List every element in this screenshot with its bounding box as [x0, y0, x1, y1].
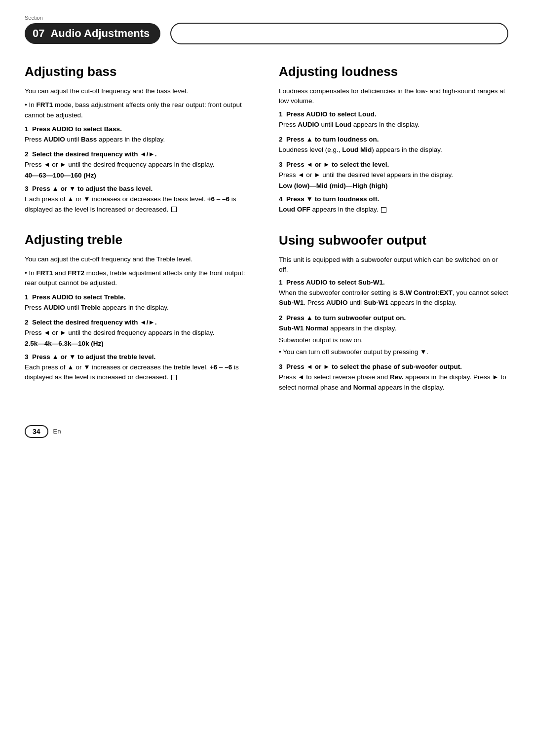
adjusting-bass-section: Adjusting bass You can adjust the cut-of… — [25, 64, 254, 215]
adjusting-bass-title: Adjusting bass — [25, 64, 254, 79]
treble-intro: You can adjust the cut-off frequency and… — [25, 254, 254, 264]
subwoofer-title: Using subwoofer output — [279, 233, 508, 248]
subwoofer-step-3-body: Press ◄ to select reverse phase and Rev.… — [279, 372, 508, 393]
loudness-step-4-body: Loud OFF appears in the display. — [279, 205, 508, 215]
bass-step-3-body: Each press of ▲ or ▼ increases or decrea… — [25, 194, 254, 215]
treble-step-3-body: Each press of ▲ or ▼ increases or decrea… — [25, 362, 254, 383]
loudness-step-4-heading: 4 Press ▼ to turn loudness off. — [279, 195, 508, 203]
bass-step-3: 3 Press ▲ or ▼ to adjust the bass level.… — [25, 185, 254, 215]
end-square-icon-3 — [381, 207, 386, 213]
subwoofer-step-2-heading: 2 Press ▲ to turn subwoofer output on. — [279, 314, 508, 322]
treble-step-2: 2 Select the desired frequency with ◄/►.… — [25, 319, 254, 347]
treble-step-1-body: Press AUDIO until Treble appears in the … — [25, 303, 254, 313]
page: Section 07 Audio Adjustments Adjusting b… — [0, 0, 533, 756]
loudness-step-2-body: Loudness level (e.g., Loud Mid) appears … — [279, 145, 508, 155]
loudness-step-3-body: Press ◄ or ► until the desired level app… — [279, 170, 508, 180]
bass-freq-values: 40—63—100—160 (Hz) — [25, 172, 254, 179]
treble-step-2-body: Press ◄ or ► until the desired frequency… — [25, 328, 254, 338]
subwoofer-step-3-heading: 3 Press ◄ or ► to select the phase of su… — [279, 363, 508, 370]
bass-step-2: 2 Select the desired frequency with ◄/►.… — [25, 150, 254, 179]
end-square-icon-2 — [171, 375, 177, 380]
page-header: 07 Audio Adjustments — [25, 23, 508, 44]
loudness-step-4: 4 Press ▼ to turn loudness off. Loud OFF… — [279, 195, 508, 215]
page-language: En — [53, 428, 61, 435]
subwoofer-intro: This unit is equipped with a subwoofer o… — [279, 255, 508, 275]
bass-step-2-body: Press ◄ or ► until the desired frequency… — [25, 160, 254, 170]
left-column: Adjusting bass You can adjust the cut-of… — [25, 64, 254, 410]
subwoofer-step-2-body-2: Subwoofer output is now on. — [279, 335, 508, 345]
content-area: Adjusting bass You can adjust the cut-of… — [25, 64, 508, 410]
page-footer: 34 En — [25, 425, 508, 438]
subwoofer-step-1-body: When the subwoofer controller setting is… — [279, 288, 508, 308]
adjusting-loudness-section: Adjusting loudness Loudness compensates … — [279, 64, 508, 215]
treble-step-1: 1 Press AUDIO to select Treble. Press AU… — [25, 293, 254, 313]
loudness-step-1: 1 Press AUDIO to select Loud. Press AUDI… — [279, 110, 508, 130]
subwoofer-step-2: 2 Press ▲ to turn subwoofer output on. S… — [279, 314, 508, 358]
subwoofer-step-2-body-1: Sub-W1 Normal appears in the display. — [279, 324, 508, 333]
treble-step-3-heading: 3 Press ▲ or ▼ to adjust the treble leve… — [25, 353, 254, 360]
bass-step-1-heading: 1 Press AUDIO to select Bass. — [25, 125, 254, 133]
loudness-intro: Loudness compensates for deficiencies in… — [279, 86, 508, 107]
bass-intro: You can adjust the cut-off frequency and… — [25, 86, 254, 96]
subwoofer-step-1: 1 Press AUDIO to select Sub-W1. When the… — [279, 279, 508, 308]
loudness-level-values: Low (low)—Mid (mid)—High (high) — [279, 182, 508, 189]
section-title: Audio Adjustments — [50, 27, 150, 40]
header-right-box — [170, 23, 508, 44]
section-label: Section — [25, 15, 508, 21]
adjusting-loudness-title: Adjusting loudness — [279, 64, 508, 79]
loudness-step-2: 2 Press ▲ to turn loudness on. Loudness … — [279, 136, 508, 155]
loudness-step-1-heading: 1 Press AUDIO to select Loud. — [279, 110, 508, 118]
bass-bullet: • In FRT1 mode, bass adjustment affects … — [25, 100, 254, 120]
loudness-step-3-heading: 3 Press ◄ or ► to select the level. — [279, 161, 508, 168]
adjusting-treble-title: Adjusting treble — [25, 232, 254, 248]
adjusting-treble-section: Adjusting treble You can adjust the cut-… — [25, 232, 254, 383]
page-number: 34 — [25, 425, 48, 438]
bass-step-3-heading: 3 Press ▲ or ▼ to adjust the bass level. — [25, 185, 254, 192]
subwoofer-step-3: 3 Press ◄ or ► to select the phase of su… — [279, 363, 508, 393]
bass-step-1-body: Press AUDIO until Bass appears in the di… — [25, 135, 254, 144]
bass-step-1: 1 Press AUDIO to select Bass. Press AUDI… — [25, 125, 254, 144]
loudness-step-2-heading: 2 Press ▲ to turn loudness on. — [279, 136, 508, 143]
treble-step-3: 3 Press ▲ or ▼ to adjust the treble leve… — [25, 353, 254, 383]
subwoofer-step-2-body-3: • You can turn off subwoofer output by p… — [279, 347, 508, 357]
treble-step-2-heading: 2 Select the desired frequency with ◄/►. — [25, 319, 254, 326]
end-square-icon — [171, 207, 177, 212]
subwoofer-section: Using subwoofer output This unit is equi… — [279, 233, 508, 393]
treble-bullet: • In FRT1 and FRT2 modes, treble adjustm… — [25, 268, 254, 288]
right-column: Adjusting loudness Loudness compensates … — [279, 64, 508, 410]
loudness-step-1-body: Press AUDIO until Loud appears in the di… — [279, 120, 508, 130]
treble-freq-values: 2.5k—4k—6.3k—10k (Hz) — [25, 340, 254, 347]
loudness-step-3: 3 Press ◄ or ► to select the level. Pres… — [279, 161, 508, 189]
section-number: 07 — [33, 27, 44, 40]
step-num: 1 — [25, 125, 32, 133]
bass-step-2-heading: 2 Select the desired frequency with ◄/►. — [25, 150, 254, 158]
treble-step-1-heading: 1 Press AUDIO to select Treble. — [25, 293, 254, 301]
section-badge: 07 Audio Adjustments — [25, 23, 160, 44]
subwoofer-step-1-heading: 1 Press AUDIO to select Sub-W1. — [279, 279, 508, 286]
